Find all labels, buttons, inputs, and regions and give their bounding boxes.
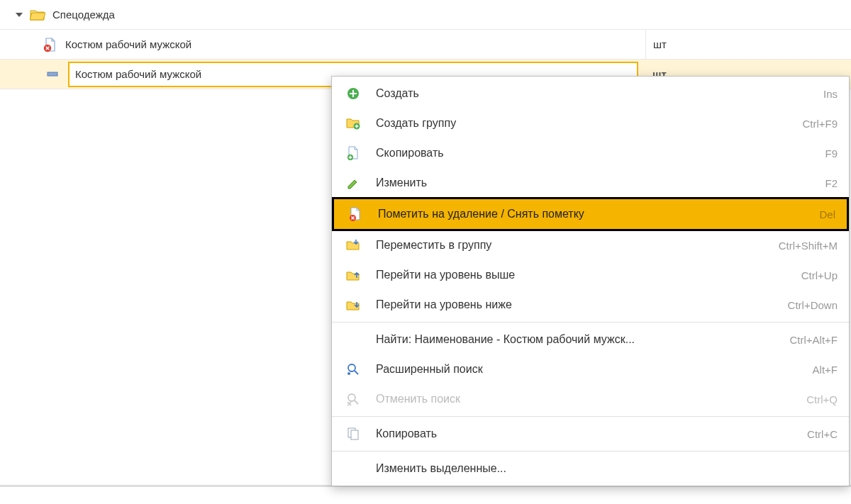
menu-shortcut: Ctrl+F9: [802, 118, 838, 130]
folder-down-icon: [345, 296, 362, 313]
menu-shortcut: Ctrl+Down: [788, 299, 838, 311]
context-menu: Создать Ins Создать группу Ctrl+F9 Скопи…: [331, 76, 850, 486]
menu-move-to-group[interactable]: Переместить в группу Ctrl+Shift+M: [332, 230, 849, 260]
menu-separator: [332, 416, 849, 417]
menu-shortcut: Ctrl+C: [807, 428, 838, 440]
pencil-icon: [345, 174, 362, 191]
menu-label: Создать группу: [376, 117, 802, 130]
svg-rect-1: [48, 72, 57, 76]
menu-edit-selected[interactable]: Изменить выделенные...: [332, 454, 849, 483]
blank-icon: [345, 331, 362, 348]
chevron-down-icon[interactable]: [16, 13, 23, 17]
menu-label: Отменить поиск: [376, 393, 806, 405]
menu-create[interactable]: Создать Ins: [332, 79, 849, 108]
menu-clipboard-copy[interactable]: Копировать Ctrl+C: [332, 419, 849, 449]
menu-label: Пометить на удаление / Снять пометку: [378, 208, 819, 220]
menu-shortcut: F2: [825, 177, 838, 189]
menu-level-down[interactable]: Перейти на уровень ниже Ctrl+Down: [332, 290, 849, 320]
menu-cancel-find: Отменить поиск Ctrl+Q: [332, 384, 849, 414]
menu-shortcut: F9: [825, 147, 838, 159]
menu-create-group[interactable]: Создать группу Ctrl+F9: [332, 108, 849, 138]
copy-icon: [345, 425, 362, 442]
svg-point-7: [347, 372, 350, 375]
folder-move-icon: [345, 237, 362, 254]
menu-mark-delete[interactable]: Пометить на удаление / Снять пометку Del: [332, 197, 849, 231]
page-add-icon: [345, 145, 362, 162]
page-delete-icon: [43, 37, 58, 52]
menu-label: Копировать: [376, 427, 807, 440]
folder-open-icon: [30, 7, 45, 23]
blank-icon: [345, 460, 362, 477]
add-icon: [345, 85, 362, 102]
menu-label: Переместить в группу: [376, 239, 779, 252]
tree-group-row[interactable]: Спецодежда: [0, 0, 851, 30]
search-icon: [345, 361, 362, 378]
menu-label: Расширенный поиск: [376, 363, 813, 376]
menu-separator: [332, 451, 849, 452]
svg-point-6: [348, 364, 355, 371]
menu-label: Перейти на уровень выше: [376, 269, 801, 281]
menu-edit[interactable]: Изменить F2: [332, 168, 849, 198]
menu-copy-item[interactable]: Скопировать F9: [332, 138, 849, 168]
page-delete-icon: [347, 206, 364, 223]
item-icon: [45, 67, 61, 82]
menu-advanced-find[interactable]: Расширенный поиск Alt+F: [332, 354, 849, 384]
menu-label: Изменить выделенные...: [376, 462, 838, 475]
menu-shortcut: Ctrl+Shift+M: [779, 240, 838, 252]
search-cancel-icon: [345, 391, 362, 408]
menu-shortcut: Ins: [823, 88, 838, 100]
tree-group-label: Спецодежда: [52, 9, 115, 21]
menu-label: Создать: [376, 87, 823, 100]
menu-shortcut: Ctrl+Up: [801, 269, 838, 281]
menu-separator: [332, 322, 849, 323]
menu-label: Найти: Наименование - Костюм рабочий муж…: [376, 333, 789, 346]
tree-item-row-deleted[interactable]: Костюм рабочий мужской шт: [0, 30, 851, 60]
menu-label: Изменить: [376, 177, 825, 189]
menu-shortcut: Alt+F: [813, 364, 838, 376]
folder-up-icon: [345, 267, 362, 284]
menu-label: Скопировать: [376, 147, 825, 159]
menu-shortcut: Ctrl+Q: [806, 393, 838, 405]
menu-find[interactable]: Найти: Наименование - Костюм рабочий муж…: [332, 325, 849, 354]
menu-shortcut: Ctrl+Alt+F: [789, 334, 838, 346]
svg-rect-10: [351, 430, 358, 439]
menu-label: Перейти на уровень ниже: [376, 298, 788, 311]
tree-item-label: Костюм рабочий мужской: [65, 38, 191, 50]
menu-level-up[interactable]: Перейти на уровень выше Ctrl+Up: [332, 260, 849, 290]
menu-shortcut: Del: [819, 208, 835, 220]
svg-point-8: [348, 394, 355, 401]
folder-add-icon: [345, 115, 362, 132]
tree-item-unit: шт: [645, 30, 851, 59]
